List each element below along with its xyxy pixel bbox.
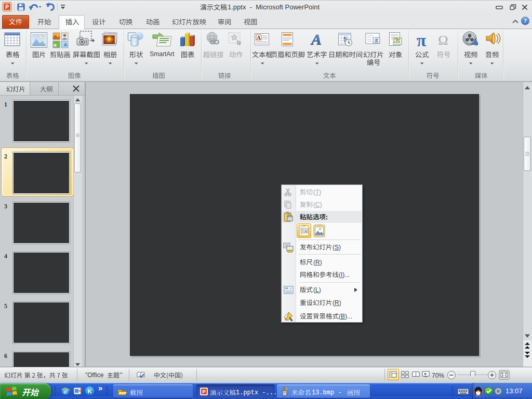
svg-text:A: A bbox=[257, 35, 261, 41]
svg-text:π: π bbox=[417, 32, 427, 48]
svg-text:K: K bbox=[88, 388, 92, 394]
svg-text:Ω: Ω bbox=[438, 33, 448, 48]
svg-text:?: ? bbox=[524, 17, 527, 24]
svg-text:A: A bbox=[310, 31, 322, 48]
svg-text:P: P bbox=[202, 389, 205, 394]
svg-text:P: P bbox=[5, 4, 9, 10]
svg-text:e: e bbox=[64, 387, 67, 395]
svg-text:#: # bbox=[375, 38, 378, 44]
